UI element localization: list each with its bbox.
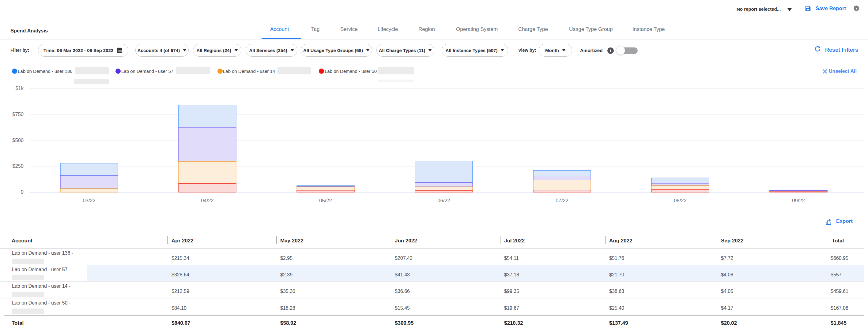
svg-text:$750: $750	[12, 111, 24, 117]
svg-text:04/22: 04/22	[201, 198, 214, 203]
svg-text:08/22: 08/22	[674, 198, 686, 203]
svg-text:$500: $500	[12, 137, 24, 143]
svg-text:03/22: 03/22	[83, 198, 95, 203]
svg-text:0: 0	[21, 189, 24, 195]
svg-text:$1k: $1k	[15, 86, 24, 91]
svg-text:09/22: 09/22	[792, 198, 805, 203]
svg-text:07/22: 07/22	[556, 198, 568, 203]
svg-text:$250: $250	[12, 163, 24, 169]
svg-text:06/22: 06/22	[437, 198, 450, 203]
svg-text:05/22: 05/22	[319, 198, 332, 203]
